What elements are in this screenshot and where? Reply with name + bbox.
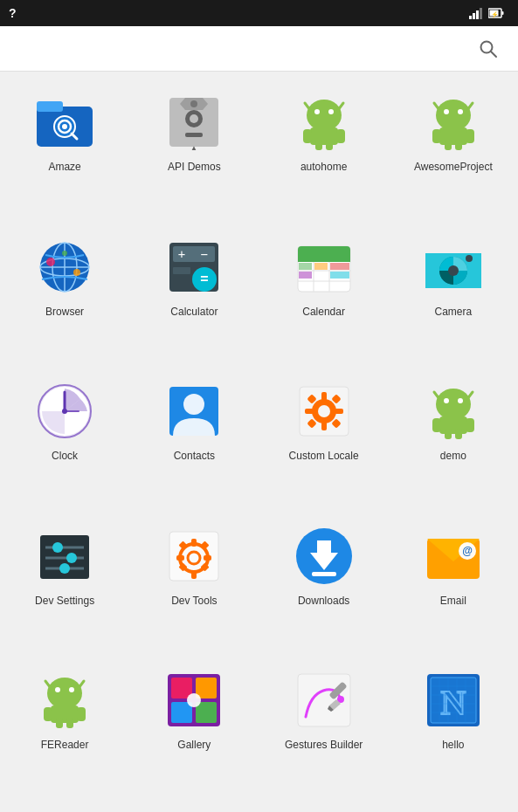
app-label-hello: hello [442, 739, 464, 751]
app-label-dev-tools: Dev Tools [171, 595, 217, 607]
svg-point-33 [444, 109, 449, 114]
svg-line-94 [434, 392, 439, 399]
svg-point-18 [190, 114, 198, 123]
svg-rect-59 [298, 257, 350, 262]
svg-text:N: N [440, 683, 466, 722]
svg-text:⚡: ⚡ [491, 10, 499, 18]
svg-rect-84 [321, 422, 327, 430]
svg-rect-112 [191, 571, 197, 579]
app-item-amaze[interactable]: Amaze [0, 80, 129, 225]
app-item-calendar[interactable]: Calendar [259, 225, 389, 370]
svg-line-26 [338, 103, 343, 110]
svg-rect-65 [314, 263, 328, 270]
svg-rect-133 [77, 707, 86, 721]
app-item-awesome-project[interactable]: AwesomeProject [389, 80, 518, 225]
svg-rect-114 [204, 555, 211, 561]
svg-point-21 [190, 100, 197, 107]
app-item-email[interactable]: @ Email [389, 514, 518, 659]
svg-rect-40 [445, 140, 452, 150]
app-item-custom-locale[interactable]: Custom Locale [259, 369, 389, 514]
svg-rect-97 [432, 418, 441, 432]
status-left: ? [9, 6, 17, 20]
app-label-api-demos: API Demos [168, 161, 221, 173]
svg-text:=: = [201, 272, 209, 286]
app-label-contacts: Contacts [174, 450, 215, 462]
svg-point-128 [69, 687, 74, 692]
svg-rect-56 [173, 267, 190, 274]
svg-rect-3 [480, 8, 482, 19]
app-label-browser: Browser [45, 306, 84, 318]
svg-rect-30 [315, 140, 322, 150]
app-item-demo[interactable]: demo [389, 369, 518, 514]
svg-line-36 [467, 103, 473, 110]
app-icon-dev-tools [162, 525, 225, 588]
svg-point-32 [436, 100, 471, 131]
app-icon-calculator: − + = [162, 236, 225, 299]
svg-point-106 [66, 553, 77, 563]
svg-rect-31 [326, 140, 333, 150]
svg-rect-132 [44, 707, 52, 721]
status-right: ⚡ [469, 7, 509, 19]
app-label-amaze: Amaze [48, 161, 80, 173]
svg-line-35 [434, 103, 439, 110]
svg-rect-64 [299, 263, 312, 270]
app-label-camera: Camera [435, 306, 473, 318]
svg-rect-99 [445, 429, 452, 439]
app-item-calculator[interactable]: − + = Calculator [129, 225, 259, 370]
svg-rect-66 [330, 263, 349, 270]
app-item-clock[interactable]: Clock [0, 369, 129, 514]
app-item-camera[interactable]: Camera [389, 225, 518, 370]
app-item-fereader[interactable]: FEReader [0, 658, 129, 803]
svg-point-34 [458, 109, 463, 114]
svg-line-130 [79, 681, 84, 688]
svg-text:▲: ▲ [190, 144, 197, 152]
svg-point-49 [62, 251, 67, 256]
svg-rect-83 [321, 392, 327, 401]
svg-point-92 [444, 398, 449, 403]
app-item-gestures-builder[interactable]: Gestures Builder [259, 658, 389, 803]
app-icon-gestures-builder [293, 669, 356, 732]
status-bar: ? ⚡ [0, 0, 518, 26]
svg-rect-68 [330, 272, 349, 279]
app-label-custom-locale: Custom Locale [289, 450, 359, 462]
svg-point-141 [187, 693, 201, 707]
app-item-hello[interactable]: N hello [389, 658, 518, 803]
svg-line-129 [45, 681, 51, 688]
app-item-browser[interactable]: Browser [0, 225, 129, 370]
app-item-api-demos[interactable]: ▲ API Demos [129, 80, 259, 225]
svg-rect-135 [66, 718, 73, 728]
svg-rect-2 [476, 10, 479, 19]
svg-point-47 [46, 258, 55, 266]
app-item-downloads[interactable]: Downloads [259, 514, 389, 659]
svg-rect-121 [312, 572, 336, 576]
app-item-autohome[interactable]: autohome [259, 80, 389, 225]
svg-point-105 [52, 542, 63, 553]
app-icon-email: @ [422, 525, 485, 588]
app-label-awesome-project: AwesomeProject [414, 161, 493, 173]
app-item-contacts[interactable]: Contacts [129, 369, 259, 514]
app-label-fereader: FEReader [41, 739, 89, 751]
search-button[interactable] [473, 33, 504, 65]
app-icon-demo [422, 380, 485, 443]
app-item-dev-tools[interactable]: Dev Tools [129, 514, 259, 659]
app-label-gallery: Gallery [177, 739, 211, 751]
svg-text:@: @ [462, 545, 473, 557]
app-icon-amaze [33, 91, 96, 154]
app-label-autohome: autohome [300, 161, 347, 173]
app-icon-clock [33, 380, 96, 443]
app-item-gallery[interactable]: Gallery [129, 658, 259, 803]
svg-rect-19 [185, 133, 203, 137]
svg-point-77 [62, 409, 67, 414]
app-icon-fereader [33, 669, 96, 732]
svg-rect-86 [335, 409, 343, 414]
svg-rect-85 [305, 409, 314, 414]
app-label-downloads: Downloads [298, 595, 349, 607]
search-bar[interactable] [0, 26, 518, 72]
svg-point-126 [47, 678, 82, 709]
app-item-dev-settings[interactable]: Dev Settings [0, 514, 129, 659]
svg-rect-41 [455, 140, 462, 150]
app-icon-custom-locale [293, 380, 356, 443]
svg-rect-5 [502, 11, 504, 15]
svg-rect-67 [299, 272, 312, 279]
svg-line-25 [305, 103, 310, 110]
